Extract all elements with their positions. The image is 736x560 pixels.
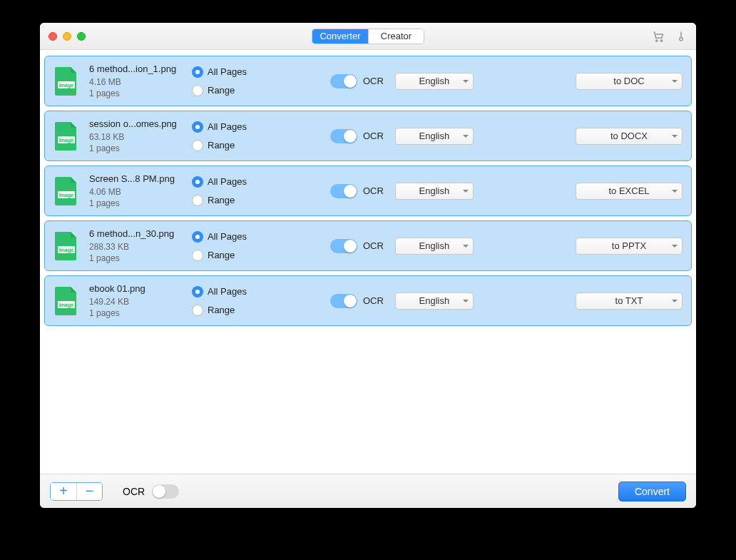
format-select-value: to TXT — [615, 295, 643, 306]
minimize-window-button[interactable] — [63, 32, 71, 41]
svg-text:Image: Image — [59, 248, 73, 253]
convert-button[interactable]: Convert — [618, 482, 686, 502]
remove-file-button[interactable]: − — [76, 483, 102, 500]
language-select[interactable]: English — [395, 238, 474, 255]
file-row[interactable]: Image6 method...n_30.png288.33 KB1 pages… — [44, 220, 692, 271]
file-pages: 1 pages — [89, 308, 189, 318]
file-name: Screen S...8 PM.png — [89, 173, 189, 184]
svg-text:Image: Image — [59, 302, 73, 308]
app-window: Converter Creator Image6 method...ion_1.… — [40, 23, 696, 508]
file-name: 6 method...ion_1.png — [89, 63, 189, 74]
page-selection: All PagesRange — [192, 231, 277, 261]
file-size: 63.18 KB — [89, 132, 189, 142]
format-select[interactable]: to DOC — [576, 73, 683, 90]
radio-all-pages[interactable]: All Pages — [192, 286, 277, 297]
radio-range-label: Range — [208, 305, 235, 315]
radio-range[interactable]: Range — [192, 250, 277, 261]
ocr-group: OCR — [330, 294, 384, 308]
language-select-value: English — [419, 240, 450, 251]
language-select[interactable]: English — [395, 128, 474, 145]
file-name: session o...omes.png — [89, 118, 189, 129]
cart-icon[interactable] — [652, 30, 665, 43]
radio-range-label: Range — [208, 195, 235, 205]
file-pages: 1 pages — [89, 143, 189, 153]
radio-range-label: Range — [208, 140, 235, 151]
add-file-button[interactable]: + — [51, 483, 76, 500]
file-info: Screen S...8 PM.png4.06 MB1 pages — [89, 173, 189, 208]
radio-range[interactable]: Range — [192, 305, 277, 316]
radio-all-pages-label: All Pages — [208, 121, 247, 132]
format-select-value: to DOCX — [610, 131, 648, 141]
file-row[interactable]: Imagesession o...omes.png63.18 KB1 pages… — [44, 111, 692, 161]
file-size: 288.33 KB — [89, 242, 189, 252]
add-remove-control: + − — [50, 482, 103, 501]
language-select-value: English — [419, 185, 450, 196]
file-type-icon: Image — [53, 66, 79, 97]
radio-all-pages[interactable]: All Pages — [192, 176, 277, 188]
file-info: ebook 01.png149.24 KB1 pages — [89, 283, 189, 318]
titlebar: Converter Creator — [40, 23, 696, 50]
page-selection: All PagesRange — [192, 66, 277, 96]
radio-range[interactable]: Range — [192, 140, 277, 151]
file-type-icon: Image — [53, 285, 79, 317]
file-name: 6 method...n_30.png — [89, 228, 189, 239]
format-select-value: to EXCEL — [608, 185, 649, 196]
tab-converter[interactable]: Converter — [312, 29, 368, 44]
ocr-group: OCR — [330, 129, 384, 143]
close-window-button[interactable] — [48, 32, 57, 41]
file-list: Image6 method...ion_1.png4.16 MB1 pagesA… — [40, 50, 696, 474]
radio-all-pages[interactable]: All Pages — [192, 66, 277, 78]
thermometer-icon[interactable] — [675, 30, 688, 43]
file-info: 6 method...n_30.png288.33 KB1 pages — [89, 228, 189, 263]
row-ocr-label: OCR — [363, 185, 384, 196]
radio-all-pages[interactable]: All Pages — [192, 121, 277, 133]
language-select[interactable]: English — [395, 292, 474, 310]
radio-range-label: Range — [208, 85, 235, 96]
mode-segmented-control: Converter Creator — [312, 29, 424, 44]
format-select-value: to PPTX — [612, 240, 646, 251]
file-row[interactable]: ImageScreen S...8 PM.png4.06 MB1 pagesAl… — [44, 166, 692, 216]
row-ocr-label: OCR — [363, 131, 384, 141]
svg-text:Image: Image — [59, 83, 73, 88]
svg-point-1 — [660, 39, 662, 41]
svg-text:Image: Image — [59, 193, 73, 198]
format-select[interactable]: to EXCEL — [576, 183, 683, 200]
radio-all-pages[interactable]: All Pages — [192, 231, 277, 243]
radio-range[interactable]: Range — [192, 85, 277, 96]
file-name: ebook 01.png — [89, 283, 189, 294]
radio-range[interactable]: Range — [192, 195, 277, 206]
file-size: 149.24 KB — [89, 297, 189, 307]
file-row[interactable]: Image6 method...ion_1.png4.16 MB1 pagesA… — [44, 56, 692, 106]
radio-all-pages-label: All Pages — [208, 66, 247, 77]
radio-all-pages-label: All Pages — [208, 176, 247, 187]
file-pages: 1 pages — [89, 253, 189, 263]
svg-point-2 — [680, 37, 683, 41]
row-ocr-label: OCR — [363, 240, 384, 251]
footer-bar: + − OCR Convert — [40, 474, 696, 508]
zoom-window-button[interactable] — [77, 32, 86, 41]
file-row[interactable]: Imageebook 01.png149.24 KB1 pagesAll Pag… — [44, 275, 692, 326]
format-select[interactable]: to DOCX — [576, 128, 683, 145]
row-ocr-toggle[interactable] — [330, 129, 357, 143]
radio-all-pages-label: All Pages — [208, 286, 247, 297]
row-ocr-toggle[interactable] — [330, 74, 357, 88]
svg-point-0 — [656, 39, 658, 41]
language-select-value: English — [419, 76, 450, 86]
format-select[interactable]: to TXT — [576, 292, 683, 310]
format-select[interactable]: to PPTX — [576, 238, 683, 255]
row-ocr-toggle[interactable] — [330, 184, 357, 198]
page-selection: All PagesRange — [192, 286, 277, 316]
row-ocr-toggle[interactable] — [330, 239, 357, 253]
page-selection: All PagesRange — [192, 121, 277, 151]
radio-all-pages-label: All Pages — [208, 231, 247, 242]
language-select[interactable]: English — [395, 73, 474, 90]
footer-ocr-label: OCR — [123, 486, 145, 497]
file-type-icon: Image — [53, 175, 79, 207]
row-ocr-toggle[interactable] — [330, 294, 357, 308]
row-ocr-label: OCR — [363, 295, 384, 306]
language-select[interactable]: English — [395, 183, 474, 200]
radio-range-label: Range — [208, 250, 235, 260]
tab-creator[interactable]: Creator — [368, 29, 424, 44]
footer-ocr-toggle[interactable] — [152, 484, 179, 499]
file-type-icon: Image — [53, 230, 79, 262]
